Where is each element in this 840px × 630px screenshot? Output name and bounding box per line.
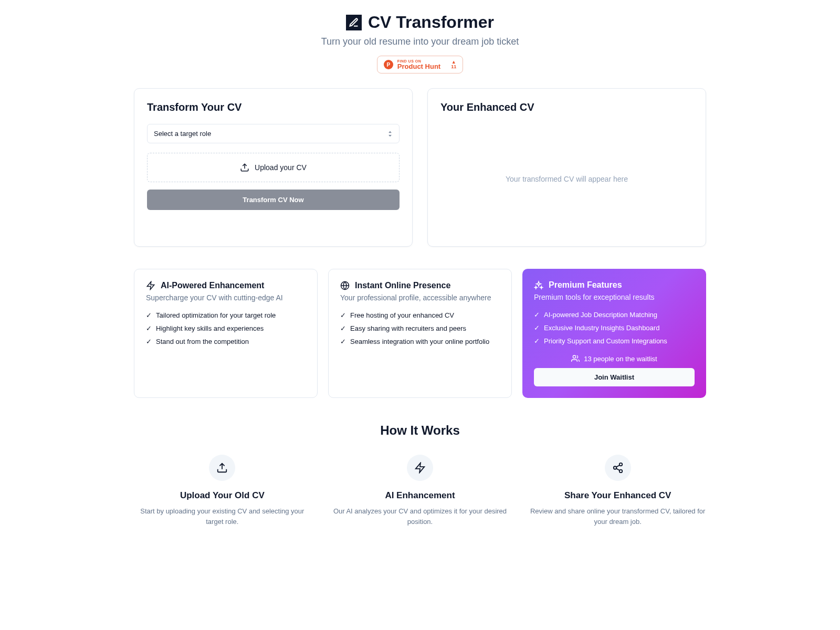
svg-line-11 bbox=[616, 465, 620, 467]
chevron-updown-icon bbox=[387, 130, 393, 138]
role-select[interactable]: Select a target role bbox=[147, 124, 400, 143]
feature-item: ✓Free hosting of your enhanced CV bbox=[340, 311, 500, 319]
svg-point-7 bbox=[619, 463, 622, 466]
feature-premium-card: Premium Features Premium tools for excep… bbox=[522, 269, 706, 398]
ph-upvote: ▲ 11 bbox=[451, 60, 456, 69]
waitlist-count: 13 people on the waitlist bbox=[534, 354, 695, 363]
svg-marker-1 bbox=[147, 282, 154, 290]
output-title: Your Enhanced CV bbox=[440, 101, 693, 113]
svg-marker-6 bbox=[416, 463, 425, 472]
ph-name-label: Product Hunt bbox=[397, 63, 440, 70]
svg-point-9 bbox=[619, 470, 622, 473]
how-step: Upload Your Old CV Start by uploading yo… bbox=[134, 455, 311, 527]
product-hunt-badge[interactable]: P FIND US ON Product Hunt ▲ 11 bbox=[377, 56, 463, 74]
how-step-title: AI Enhancement bbox=[385, 490, 455, 501]
upload-icon bbox=[240, 163, 249, 172]
feature-item: ✓Highlight key skills and experiences bbox=[146, 324, 306, 332]
feature-item: ✓Easy sharing with recruiters and peers bbox=[340, 324, 500, 332]
feature-title: AI-Powered Enhancement bbox=[161, 281, 264, 290]
product-hunt-icon: P bbox=[384, 60, 393, 69]
how-title: How It Works bbox=[134, 423, 706, 438]
page-title: CV Transformer bbox=[368, 13, 494, 32]
how-step: AI Enhancement Our AI analyzes your CV a… bbox=[332, 455, 509, 527]
page-header: CV Transformer Turn your old resume into… bbox=[134, 13, 706, 74]
feature-online-card: Instant Online Presence Your professiona… bbox=[328, 269, 512, 398]
feature-item: ✓Exclusive Industry Insights Dashboard bbox=[534, 324, 695, 332]
how-step-desc: Review and share online your transformed… bbox=[529, 506, 706, 527]
feature-item: ✓Priority Support and Custom Integration… bbox=[534, 337, 695, 345]
how-step-title: Upload Your Old CV bbox=[180, 490, 265, 501]
feature-item: ✓Seamless integration with your online p… bbox=[340, 338, 500, 345]
output-placeholder: Your transformed CV will appear here bbox=[440, 124, 693, 234]
how-step: Share Your Enhanced CV Review and share … bbox=[529, 455, 706, 527]
sparkles-icon bbox=[534, 280, 543, 290]
svg-point-8 bbox=[613, 466, 616, 469]
feature-title: Premium Features bbox=[549, 280, 622, 290]
feature-item: ✓AI-powered Job Description Matching bbox=[534, 311, 695, 319]
upload-label: Upload your CV bbox=[255, 163, 307, 172]
how-it-works-section: How It Works Upload Your Old CV Start by… bbox=[134, 423, 706, 527]
feature-ai-card: AI-Powered Enhancement Supercharge your … bbox=[134, 269, 318, 398]
svg-point-4 bbox=[573, 355, 576, 358]
how-step-desc: Our AI analyzes your CV and optimizes it… bbox=[332, 506, 509, 527]
users-icon bbox=[571, 354, 580, 363]
feature-item: ✓Stand out from the competition bbox=[146, 338, 306, 345]
upload-area[interactable]: Upload your CV bbox=[147, 153, 400, 182]
svg-line-10 bbox=[616, 468, 620, 470]
transform-card: Transform Your CV Select a target role U… bbox=[134, 88, 413, 247]
logo-icon bbox=[346, 15, 362, 30]
how-step-title: Share Your Enhanced CV bbox=[564, 490, 671, 501]
share-icon bbox=[605, 455, 631, 481]
page-subtitle: Turn your old resume into your dream job… bbox=[134, 36, 706, 47]
how-step-desc: Start by uploading your existing CV and … bbox=[134, 506, 311, 527]
feature-item: ✓Tailored optimization for your target r… bbox=[146, 311, 306, 319]
zap-icon bbox=[407, 455, 433, 481]
transform-title: Transform Your CV bbox=[147, 101, 400, 113]
feature-subtitle: Premium tools for exceptional results bbox=[534, 293, 695, 301]
feature-subtitle: Your professional profile, accessible an… bbox=[340, 293, 500, 302]
feature-subtitle: Supercharge your CV with cutting-edge AI bbox=[146, 293, 306, 302]
globe-icon bbox=[340, 281, 350, 290]
upload-icon bbox=[209, 455, 235, 481]
zap-icon bbox=[146, 281, 155, 290]
transform-button[interactable]: Transform CV Now bbox=[147, 190, 400, 210]
feature-title: Instant Online Presence bbox=[355, 281, 450, 290]
role-select-placeholder: Select a target role bbox=[154, 130, 211, 138]
join-waitlist-button[interactable]: Join Waitlist bbox=[534, 368, 695, 386]
output-card: Your Enhanced CV Your transformed CV wil… bbox=[427, 88, 706, 247]
